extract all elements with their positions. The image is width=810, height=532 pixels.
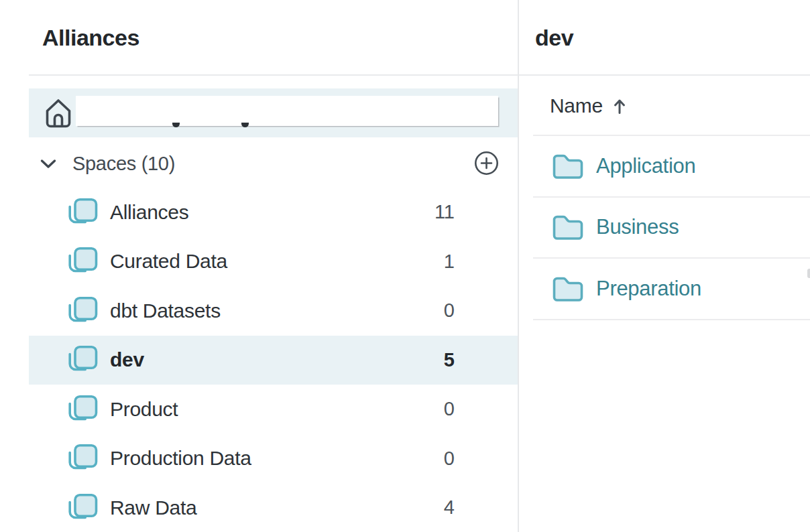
redacted-text-descender xyxy=(172,123,180,127)
space-count: 11 xyxy=(435,201,455,223)
sidebar-item-dbt-datasets[interactable]: dbt Datasets 0 xyxy=(29,286,518,336)
sidebar-item-alliances[interactable]: Alliances 11 xyxy=(29,188,518,237)
main-panel: dev Name Application Business Preparatio… xyxy=(519,0,810,532)
redacted-text-descender xyxy=(241,123,249,127)
space-count: 4 xyxy=(444,496,455,519)
sidebar-item-production-data[interactable]: Production Data 0 xyxy=(29,434,518,484)
sidebar-item-raw-data[interactable]: Raw Data 4 xyxy=(29,483,518,532)
table-row-business[interactable]: Business xyxy=(533,198,810,259)
plus-circle-icon xyxy=(473,150,500,176)
space-icon xyxy=(68,395,99,423)
space-count: 0 xyxy=(444,448,455,470)
folder-name-link: Business xyxy=(596,215,679,239)
space-count: 0 xyxy=(444,398,455,420)
sidebar-title: Alliances xyxy=(42,26,139,49)
folder-icon xyxy=(553,153,583,179)
space-icon xyxy=(68,444,99,472)
scrollbar-sliver xyxy=(807,269,810,278)
space-count: 1 xyxy=(444,251,455,273)
space-label: dev xyxy=(110,348,144,371)
column-header-name[interactable]: Name xyxy=(550,94,626,117)
folder-table: Application Business Preparation xyxy=(533,136,810,320)
space-label: Alliances xyxy=(110,201,188,224)
column-header-label: Name xyxy=(550,94,603,117)
spaces-list: Alliances 11 Curated Data 1 dbt Datasets… xyxy=(29,188,518,532)
space-label: Production Data xyxy=(110,447,251,470)
space-label: dbt Datasets xyxy=(110,300,221,322)
sidebar-item-dev[interactable]: dev 5 xyxy=(29,336,518,385)
space-label: Curated Data xyxy=(110,250,227,273)
space-label: Raw Data xyxy=(110,496,196,519)
add-space-button[interactable] xyxy=(473,150,500,176)
redacted-label-overlay xyxy=(76,96,498,126)
table-row-preparation[interactable]: Preparation xyxy=(533,259,810,320)
space-icon xyxy=(68,198,99,226)
sidebar: Alliances Spaces (10) Alliances 11 xyxy=(0,0,518,532)
space-icon xyxy=(68,297,99,325)
sidebar-item-product[interactable]: Product 0 xyxy=(29,385,518,434)
table-row-application[interactable]: Application xyxy=(533,136,810,198)
space-icon xyxy=(68,494,99,522)
folder-icon xyxy=(553,276,583,302)
space-count: 0 xyxy=(444,300,455,322)
folder-name-link: Preparation xyxy=(596,277,701,301)
folder-icon xyxy=(553,214,583,240)
app-root: Alliances Spaces (10) Alliances 11 xyxy=(0,0,810,532)
sidebar-header-divider xyxy=(29,74,518,76)
spaces-header-label: Spaces (10) xyxy=(72,153,175,175)
main-header-divider xyxy=(519,74,810,76)
folder-name-link: Application xyxy=(596,154,695,178)
sort-arrow-up-icon xyxy=(613,98,626,115)
spaces-section-header[interactable]: Spaces (10) xyxy=(29,151,471,176)
home-icon xyxy=(45,98,72,129)
space-icon xyxy=(68,247,99,275)
space-count: 5 xyxy=(444,349,455,371)
space-icon xyxy=(68,346,99,374)
chevron-down-icon xyxy=(40,159,56,169)
sidebar-item-curated-data[interactable]: Curated Data 1 xyxy=(29,237,518,287)
space-label: Product xyxy=(110,398,178,421)
page-title: dev xyxy=(535,26,573,49)
home-item[interactable] xyxy=(29,88,518,137)
